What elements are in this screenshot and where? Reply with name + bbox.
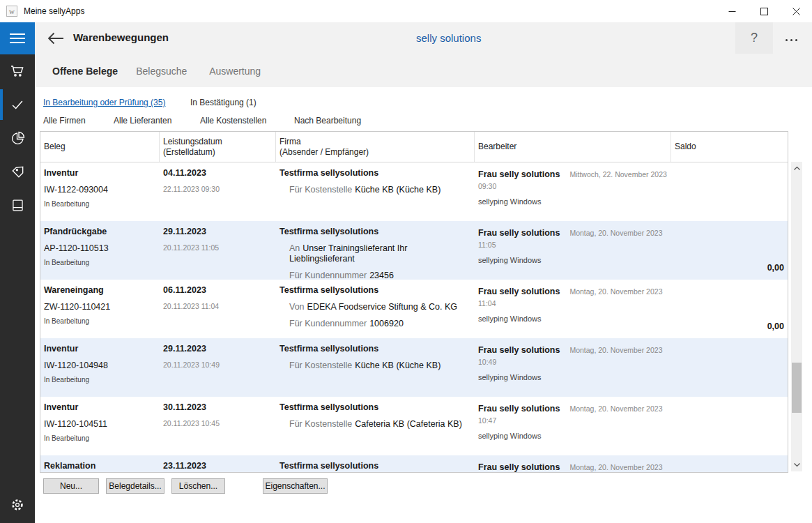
saldo-value: 0,00 bbox=[767, 263, 784, 273]
help-button[interactable]: ? bbox=[735, 22, 773, 54]
close-button[interactable] bbox=[780, 0, 812, 22]
doc-type: Inventur bbox=[44, 402, 160, 413]
cell-firma: Testfirma sellysolutions Für Kostenstell… bbox=[276, 397, 475, 455]
firm-line-2 bbox=[279, 436, 475, 446]
doc-number: IW-1122-093004 bbox=[44, 185, 160, 195]
doc-status: In Bearbeitung bbox=[44, 259, 160, 266]
firm-line-2: Für Kundennummer1006920 bbox=[279, 319, 475, 329]
hamburger-menu-button[interactable] bbox=[0, 22, 35, 54]
back-button[interactable] bbox=[46, 29, 66, 47]
scroll-up-button[interactable] bbox=[791, 163, 802, 174]
page-title: Warenbewegungen bbox=[73, 31, 169, 43]
service-date: 29.11.2023 bbox=[163, 227, 276, 237]
doc-type: Inventur bbox=[44, 168, 160, 179]
editor-client: sellyping Windows bbox=[478, 256, 671, 264]
cell-datum: 29.11.2023 20.11.2023 11:05 bbox=[160, 221, 276, 280]
settings-button[interactable] bbox=[0, 491, 35, 519]
column-header-firma[interactable]: Firma(Absender / Empfänger) bbox=[276, 132, 475, 162]
table-row[interactable]: Inventur IW-1120-104948 In Bearbeitung 2… bbox=[40, 338, 788, 397]
tab-offene-belege[interactable]: Offene Belege bbox=[52, 66, 118, 77]
doc-status: In Bearbeitung bbox=[44, 376, 160, 384]
column-header-beleg[interactable]: Beleg bbox=[40, 132, 160, 162]
tag-icon bbox=[10, 164, 26, 180]
service-date: 23.11.2023 bbox=[163, 461, 276, 471]
filter-nach-bearbeitung[interactable]: Nach Bearbeitung bbox=[294, 116, 361, 126]
editor-name: Frau selly solutions bbox=[478, 462, 560, 472]
company-name: Testfirma sellysolutions bbox=[279, 461, 475, 471]
tab-auswertung[interactable]: Auswertung bbox=[209, 66, 261, 77]
sidebar-item-tasks[interactable] bbox=[0, 88, 35, 121]
doc-number: IW-1120-104948 bbox=[44, 361, 160, 371]
cart-icon bbox=[9, 63, 26, 79]
document-details-button[interactable]: Belegdetails... bbox=[106, 478, 164, 494]
cell-bearbeiter: Frau selly solutionsMontag, 20. November… bbox=[475, 455, 671, 472]
app-header: Warenbewegungen selly solutions ? Offene… bbox=[35, 22, 812, 87]
cell-bearbeiter: Frau selly solutionsMontag, 20. November… bbox=[475, 338, 671, 397]
filter-alle-firmen[interactable]: Alle Firmen bbox=[43, 116, 86, 126]
maximize-icon bbox=[760, 8, 768, 15]
cell-datum: 23.11.2023 bbox=[160, 455, 276, 472]
column-header-leistungsdatum[interactable]: Leistungsdatum(Erstelldatum) bbox=[160, 132, 276, 162]
maximize-button[interactable] bbox=[748, 0, 780, 22]
column-header-bearbeiter[interactable]: Bearbeiter bbox=[475, 132, 671, 162]
table-row[interactable]: Reklamation 23.11.2023 Testfirma sellyso… bbox=[40, 455, 788, 472]
table-header: Beleg Leistungsdatum(Erstelldatum) Firma… bbox=[40, 132, 788, 162]
firm-line-1: Für KostenstelleCafeteria KB (Cafeteria … bbox=[279, 419, 475, 430]
filter-in-bearbeitung-link[interactable]: In Bearbeitung oder Prüfung (35) bbox=[43, 98, 165, 107]
table-row[interactable]: Pfandrückgabe AP-1120-110513 In Bearbeit… bbox=[40, 221, 788, 280]
table-row[interactable]: Inventur IW-1120-104511 In Bearbeitung 3… bbox=[40, 397, 788, 455]
sidebar-item-reports[interactable] bbox=[0, 121, 35, 155]
delete-button[interactable]: Löschen... bbox=[171, 478, 225, 494]
cell-firma: Testfirma sellysolutions bbox=[276, 455, 475, 472]
vertical-scrollbar[interactable] bbox=[791, 162, 802, 471]
cell-saldo bbox=[671, 338, 788, 397]
editor-name: Frau selly solutions bbox=[478, 404, 560, 414]
cell-bearbeiter: Frau selly solutionsMontag, 20. November… bbox=[475, 280, 671, 338]
scroll-down-button[interactable] bbox=[791, 460, 802, 470]
doc-type: Pfandrückgabe bbox=[44, 227, 160, 237]
column-header-saldo[interactable]: Saldo bbox=[671, 132, 788, 162]
cell-saldo: 0,00 bbox=[671, 280, 788, 338]
service-date: 04.11.2023 bbox=[163, 168, 276, 179]
more-options-button[interactable] bbox=[786, 36, 797, 43]
tab-belegsuche[interactable]: Belegsuche bbox=[136, 66, 189, 77]
firm-line-2 bbox=[279, 377, 475, 388]
sidebar-item-catalog[interactable] bbox=[0, 188, 35, 222]
minimize-icon bbox=[728, 8, 736, 15]
new-button[interactable]: Neu... bbox=[43, 478, 99, 494]
table-row[interactable]: Wareneingang ZW-1120-110421 In Bearbeitu… bbox=[40, 280, 788, 338]
created-date: 20.11.2023 10:49 bbox=[163, 361, 276, 369]
cell-datum: 06.11.2023 20.11.2023 11:04 bbox=[160, 280, 276, 338]
gear-icon bbox=[9, 497, 26, 513]
scrollbar-thumb[interactable] bbox=[792, 363, 802, 413]
documents-table: Beleg Leistungsdatum(Erstelldatum) Firma… bbox=[40, 131, 788, 473]
title-bar: w Meine sellyApps bbox=[0, 0, 812, 22]
filter-in-bestaetigung-link[interactable]: In Bestätigung (1) bbox=[190, 98, 256, 107]
editor-client: sellyping Windows bbox=[478, 373, 671, 381]
properties-button[interactable]: Eigenschaften... bbox=[263, 478, 328, 494]
scroll-down-icon bbox=[794, 463, 800, 467]
help-icon: ? bbox=[751, 31, 758, 45]
filter-alle-lieferanten[interactable]: Alle Lieferanten bbox=[114, 116, 171, 126]
cell-beleg: Inventur IW-1122-093004 In Bearbeitung bbox=[40, 162, 160, 221]
created-date: 20.11.2023 10:45 bbox=[163, 419, 276, 427]
firm-line-1: AnUnser Trainingslieferant Ihr Lieblings… bbox=[279, 243, 475, 264]
company-name: Testfirma sellysolutions bbox=[279, 168, 475, 179]
cell-saldo bbox=[671, 162, 788, 221]
cell-beleg: Reklamation bbox=[40, 455, 160, 472]
cell-datum: 30.11.2023 20.11.2023 10:45 bbox=[160, 397, 276, 455]
doc-status: In Bearbeitung bbox=[44, 434, 160, 442]
cell-bearbeiter: Frau selly solutionsMontag, 20. November… bbox=[475, 221, 671, 280]
doc-number: AP-1120-110513 bbox=[44, 243, 160, 254]
cell-beleg: Pfandrückgabe AP-1120-110513 In Bearbeit… bbox=[40, 221, 160, 280]
tab-bar: Offene Belege Belegsuche Auswertung bbox=[52, 66, 261, 77]
scroll-up-icon bbox=[794, 167, 800, 170]
sidebar-item-tags[interactable] bbox=[0, 155, 35, 188]
filter-alle-kostenstellen[interactable]: Alle Kostenstellen bbox=[200, 116, 266, 126]
editor-client: sellyping Windows bbox=[478, 314, 671, 323]
sidebar-item-shop[interactable] bbox=[0, 54, 35, 88]
cell-saldo bbox=[671, 397, 788, 455]
table-row[interactable]: Inventur IW-1122-093004 In Bearbeitung 0… bbox=[40, 162, 788, 221]
minimize-button[interactable] bbox=[716, 0, 748, 22]
active-item-accent bbox=[0, 89, 3, 120]
